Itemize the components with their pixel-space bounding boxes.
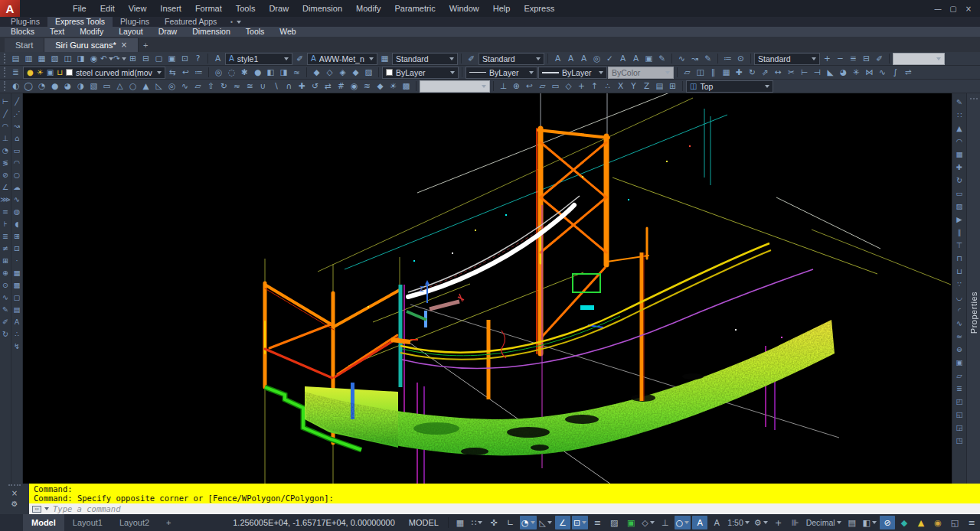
ucs-icon-toggle-button[interactable]: ⊞	[666, 80, 679, 93]
ucs-world-button[interactable]: ⊕	[510, 80, 523, 93]
wedge-button[interactable]: ◺	[152, 80, 165, 93]
command-window-grip[interactable]	[8, 484, 21, 487]
line-button[interactable]: ╱	[11, 95, 23, 107]
layer-translate-button[interactable]: ◆	[349, 67, 362, 79]
circle-button[interactable]: ○	[11, 168, 23, 181]
materials-button[interactable]: ▩	[400, 80, 413, 93]
linetype-combo[interactable]: ByLayer	[466, 67, 537, 79]
render-button[interactable]: ◆	[374, 80, 387, 93]
ucs-face-button[interactable]: ▱	[536, 80, 549, 93]
layer-freeze-button[interactable]: ✱	[238, 67, 251, 79]
image-attach-button[interactable]: ▨	[952, 200, 966, 213]
s-curve-button[interactable]: ∿	[952, 317, 966, 330]
grid-display-button[interactable]: ▦	[452, 516, 468, 529]
menu-tools[interactable]: Tools	[229, 0, 263, 17]
menu-dimension[interactable]: Dimension	[296, 0, 349, 17]
menu-edit[interactable]: Edit	[93, 0, 122, 17]
menu-modify[interactable]: Modify	[349, 0, 387, 17]
planar-surface-button[interactable]: ▱	[191, 80, 204, 93]
copy-button[interactable]: ▱	[681, 67, 694, 79]
mleader-style-manager-button[interactable]: ✐	[873, 53, 886, 65]
dim-style-combo-2[interactable]: Standard	[754, 53, 820, 65]
object-snap-tracking-button[interactable]: ∠	[555, 516, 570, 529]
ucs-x-button[interactable]: X	[614, 80, 627, 93]
rotate-tool-button[interactable]: ↻	[952, 174, 966, 187]
section-plane-button[interactable]: #	[335, 80, 348, 93]
fillet-button[interactable]: ◕	[837, 67, 850, 79]
view-combo[interactable]: ◫ Top	[686, 80, 773, 93]
menu-draw[interactable]: Draw	[262, 0, 296, 17]
baseline-dimension-button[interactable]: ≡	[0, 205, 11, 217]
quick-leader-button[interactable]: ∿	[675, 53, 688, 65]
measure-button[interactable]: ∷	[952, 109, 966, 122]
align-leaders-button[interactable]: ≡	[847, 53, 860, 65]
menu-help[interactable]: Help	[486, 0, 518, 17]
restore-button[interactable]: ▢	[946, 2, 960, 15]
torus-button[interactable]: ◎	[165, 80, 178, 93]
ribbon-overflow-button[interactable]: ▪	[224, 17, 247, 27]
curve-blend-button[interactable]: ◡	[952, 291, 966, 304]
layer-unisolate-button[interactable]: ◌	[225, 67, 238, 79]
palette-grip[interactable]	[970, 98, 978, 100]
graphics-performance-button[interactable]: ◆	[897, 516, 912, 529]
wireframe-button[interactable]: ◯	[22, 80, 35, 93]
ucs-3point-button[interactable]: ∴	[601, 80, 614, 93]
table-style-manager-button[interactable]: ▦	[378, 53, 391, 65]
array-button[interactable]: ▦	[720, 67, 733, 79]
lineweight-display-button[interactable]: ≡	[590, 516, 605, 529]
undo-button[interactable]: ↶	[100, 53, 113, 65]
close-button[interactable]: ×	[962, 2, 975, 15]
layer-off-button[interactable]: ●	[251, 67, 264, 79]
selection-cycling-button[interactable]: ▣	[623, 516, 639, 529]
dimension-space-button[interactable]: ≣	[0, 230, 11, 242]
minimize-button[interactable]: —	[931, 2, 945, 15]
rectangle-button[interactable]: ▭	[11, 144, 23, 156]
align-button[interactable]: ⇌	[902, 67, 915, 79]
layer-match-button[interactable]: ⇆	[166, 67, 179, 79]
ortho-mode-button[interactable]: ∟	[503, 516, 518, 529]
autoscale-button[interactable]: A	[709, 516, 724, 529]
attach-xref-button[interactable]: ⊟	[139, 53, 152, 65]
layer-lock-button[interactable]: ◧	[264, 67, 277, 79]
dynamic-input-button[interactable]: ✜	[486, 516, 501, 529]
annotation-monitor-button[interactable]: ▲	[913, 516, 929, 529]
chamfer-button[interactable]: ◣	[824, 67, 837, 79]
coordinates-display[interactable]: 1.256005E+04, -1.65717E+04, 0.00000000	[225, 518, 403, 527]
sphere-button[interactable]: ○	[126, 80, 139, 93]
pyramid-button[interactable]: ▲	[139, 80, 152, 93]
toolbar-grip[interactable]	[4, 54, 6, 64]
markup-button[interactable]: ✎	[952, 96, 966, 109]
offset-tool-button[interactable]: ∥	[952, 226, 966, 239]
table-style-combo[interactable]: Standard	[392, 53, 458, 65]
dim-inspect-button[interactable]: ⊙	[734, 53, 747, 65]
dimension-update-button[interactable]: ↻	[0, 327, 11, 340]
text-style-combo[interactable]: A style1	[225, 53, 292, 65]
find-replace-button[interactable]: ◎	[590, 53, 603, 65]
layer-properties-manager-button[interactable]: ≣	[9, 67, 22, 79]
new-tab-button[interactable]: +	[139, 38, 152, 52]
model-space-badge[interactable]: MODEL	[403, 518, 445, 527]
send-to-back-button[interactable]: ◱	[952, 408, 966, 421]
3d-polyline-button[interactable]: ↯	[11, 340, 23, 352]
plot-button[interactable]: ▧	[48, 53, 61, 65]
inspection-dimension-button[interactable]: ⊙	[0, 279, 11, 291]
insert-block-button[interactable]: ⊞	[126, 53, 139, 65]
qnew-button[interactable]: ▤	[9, 53, 22, 65]
quick-dimension-button[interactable]: ⋙	[0, 193, 11, 205]
viewport-rect-button[interactable]: ▭	[952, 187, 966, 200]
pattern-tool-button[interactable]: ▦	[952, 148, 966, 161]
aligned-dimension-button[interactable]: ╱	[0, 107, 11, 119]
dim-style-manager-button[interactable]: ✐	[293, 53, 306, 65]
command-input-row[interactable]: ▭ Type a command	[29, 503, 980, 514]
menu-parametric[interactable]: Parametric	[387, 0, 442, 17]
ellipse-button[interactable]: ◍	[11, 205, 23, 217]
toolbar-grip[interactable]	[4, 81, 6, 91]
panel-dimension[interactable]: Dimension	[185, 27, 238, 37]
hatch-button[interactable]: ▦	[11, 266, 23, 279]
lock-ui-button[interactable]: ◧	[861, 516, 878, 529]
workspace-switching-button[interactable]: ⚙	[753, 516, 769, 529]
t-square-button[interactable]: ⊤	[952, 239, 966, 252]
break-button[interactable]: ⊣	[811, 67, 824, 79]
customization-menu-button[interactable]: ≡	[964, 516, 979, 529]
spell-check-button[interactable]: ✓	[603, 53, 616, 65]
